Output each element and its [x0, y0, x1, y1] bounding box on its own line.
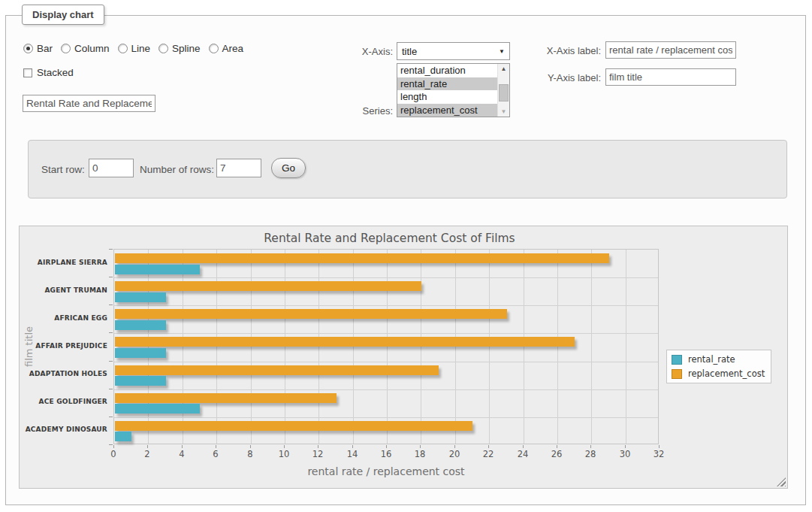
x-tick-mark — [523, 445, 524, 448]
panel-title: Display chart — [22, 5, 104, 25]
dropdown-arrow-icon: ▼ — [499, 48, 505, 55]
x-tick-label: 14 — [339, 449, 366, 459]
x-tick-label: 4 — [168, 449, 195, 459]
bar-rental_rate — [115, 320, 166, 330]
y-tick-mark — [109, 249, 113, 250]
legend-swatch — [672, 369, 682, 379]
scrollbar-thumb[interactable] — [499, 84, 509, 101]
stacked-label: Stacked — [37, 67, 74, 78]
series-option-rental_rate[interactable]: rental_rate — [397, 77, 497, 91]
series-options: rental_durationrental_ratelengthreplacem… — [397, 64, 497, 117]
scroll-down-icon[interactable]: ▼ — [498, 107, 509, 117]
number-of-rows-label: Number of rows: — [140, 164, 214, 175]
stacked-checkbox[interactable] — [23, 68, 32, 77]
x-tick-label: 6 — [202, 449, 229, 459]
gridline — [114, 277, 658, 278]
x-axis-label-caption: X-Axis label: — [524, 45, 601, 56]
scroll-up-icon[interactable]: ▲ — [498, 64, 509, 74]
y-axis-label-input[interactable] — [605, 68, 736, 86]
x-tick-label: 12 — [304, 449, 331, 459]
gridline — [114, 333, 658, 334]
bar-rental_rate — [115, 432, 131, 441]
x-tick-label: 8 — [237, 449, 264, 459]
bar-replacement_cost — [115, 253, 609, 263]
legend-label: replacement_cost — [688, 368, 765, 379]
gridline — [114, 362, 658, 362]
radio-icon[interactable] — [118, 44, 128, 53]
bar-replacement_cost — [115, 281, 421, 291]
gridline — [114, 389, 658, 390]
x-tick-mark — [318, 445, 318, 448]
gridline — [114, 417, 658, 418]
legend-swatch — [672, 355, 682, 365]
radio-label: Line — [131, 43, 151, 54]
radio-icon[interactable] — [158, 44, 168, 53]
x-tick-mark — [216, 445, 216, 448]
start-row-label: Start row: — [41, 164, 85, 175]
y-tick-mark — [109, 389, 113, 389]
chart-widget: Rental Rate and Replacement Cost of Film… — [19, 226, 788, 489]
y-tick-mark — [109, 361, 113, 362]
x-tick-label: 0 — [100, 449, 127, 459]
series-option-rental_duration[interactable]: rental_duration — [397, 64, 497, 77]
chart-legend: rental_ratereplacement_cost — [666, 350, 771, 383]
x-axis-caption: X-Axis: — [316, 46, 393, 57]
start-row-input[interactable] — [89, 159, 134, 177]
gridline — [114, 305, 658, 306]
x-tick-label: 2 — [134, 449, 161, 459]
x-tick-mark — [284, 445, 285, 448]
x-tick-mark — [147, 445, 148, 448]
y-tick-mark — [109, 417, 113, 417]
chart-type-radio-area[interactable]: Area — [209, 43, 244, 54]
y-tick-mark — [109, 444, 113, 445]
x-tick-label: 22 — [475, 449, 502, 459]
category-label: AGENT TRUMAN — [20, 286, 107, 294]
legend-entry-rental_rate: rental_rate — [672, 354, 765, 365]
y-tick-mark — [109, 332, 113, 333]
bar-replacement_cost — [115, 421, 472, 431]
x-tick-mark — [420, 445, 421, 448]
x-tick-mark — [386, 445, 387, 448]
resize-grip-icon[interactable] — [777, 477, 786, 486]
radio-icon[interactable] — [61, 44, 71, 53]
chart-title-input[interactable] — [23, 95, 155, 112]
x-tick-mark — [625, 445, 626, 448]
stacked-checkbox-row[interactable]: Stacked — [23, 67, 74, 78]
x-tick-mark — [557, 445, 557, 448]
category-label: AFFAIR PREJUDICE — [20, 342, 107, 350]
y-tick-mark — [109, 277, 113, 277]
x-tick-label: 16 — [373, 449, 400, 459]
series-scrollbar[interactable]: ▲ ▼ — [497, 64, 509, 117]
category-label: AFRICAN EGG — [20, 314, 107, 322]
chart-type-radio-line[interactable]: Line — [118, 43, 151, 54]
series-multiselect[interactable]: rental_durationrental_ratelengthreplacem… — [397, 63, 510, 117]
number-of-rows-input[interactable] — [216, 159, 261, 177]
x-axis-label-input[interactable] — [605, 41, 736, 59]
radio-label: Bar — [37, 43, 53, 54]
category-label: ACE GOLDFINGER — [20, 398, 107, 405]
x-tick-mark — [590, 445, 591, 448]
x-tick-label: 10 — [270, 449, 297, 459]
radio-icon[interactable] — [23, 44, 33, 53]
x-tick-label: 24 — [509, 449, 536, 459]
bar-replacement_cost — [115, 365, 439, 375]
chart-type-radio-group: BarColumnLineSplineArea — [23, 43, 243, 54]
x-tick-mark — [182, 445, 183, 448]
y-tick-mark — [109, 304, 113, 305]
legend-entry-replacement_cost: replacement_cost — [672, 368, 765, 379]
radio-label: Column — [74, 43, 110, 54]
series-option-replacement_cost[interactable]: replacement_cost — [397, 104, 497, 117]
go-button[interactable]: Go — [271, 158, 306, 178]
bar-rental_rate — [115, 404, 200, 414]
radio-label: Spline — [172, 43, 201, 54]
chart-type-radio-bar[interactable]: Bar — [23, 43, 53, 54]
bar-replacement_cost — [115, 337, 575, 347]
chart-type-radio-spline[interactable]: Spline — [158, 43, 201, 54]
legend-label: rental_rate — [688, 354, 735, 365]
series-option-length[interactable]: length — [397, 90, 497, 104]
category-label: ACADEMY DINOSAUR — [20, 426, 107, 433]
x-tick-mark — [488, 445, 489, 448]
chart-type-radio-column[interactable]: Column — [61, 43, 110, 54]
radio-icon[interactable] — [209, 44, 219, 53]
x-axis-select[interactable]: title ▼ — [397, 42, 510, 60]
